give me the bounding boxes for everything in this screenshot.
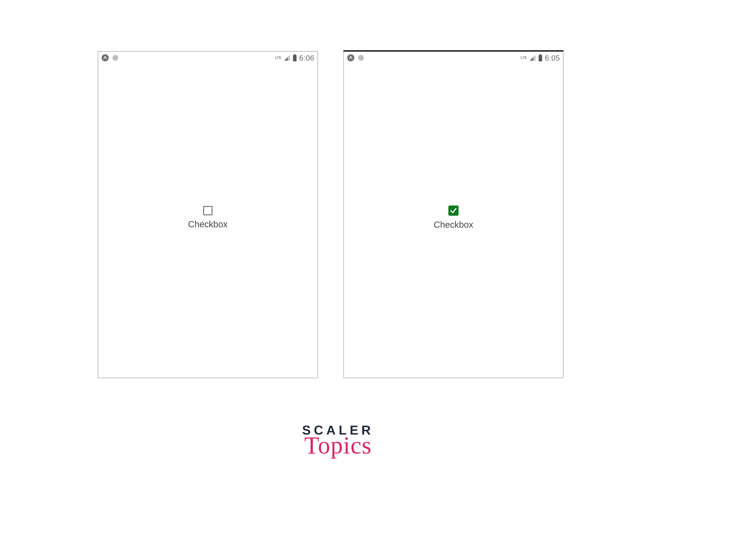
checkmark-icon (450, 207, 457, 214)
network-lte-label: LTE (521, 56, 527, 60)
phone-unchecked: LTE 6:06 Checkbox (98, 51, 318, 378)
status-bar: LTE 6:05 (344, 52, 563, 64)
checkbox-group: Checkbox (434, 205, 473, 230)
app-badge-icon (101, 54, 109, 62)
clock: 6:05 (545, 54, 560, 62)
phone-checked: LTE 6:05 (343, 51, 563, 378)
brand-logo: SCALER Topics (302, 423, 374, 460)
dot-icon (358, 54, 364, 61)
checkbox-group: Checkbox (188, 206, 228, 229)
checkbox-unchecked[interactable] (203, 206, 213, 215)
svg-rect-7 (539, 55, 542, 61)
svg-point-4 (347, 54, 354, 61)
screen-body: Checkbox (98, 64, 317, 378)
screens-wrap: LTE 6:06 Checkbox (98, 51, 563, 378)
network-lte-label: LTE (275, 56, 281, 60)
svg-point-1 (112, 55, 118, 61)
status-left (101, 54, 119, 62)
app-badge-icon (347, 54, 355, 62)
status-bar: LTE 6:06 (98, 52, 317, 64)
svg-point-5 (358, 55, 364, 61)
signal-icon (529, 54, 536, 61)
battery-icon (538, 54, 543, 61)
checkbox-checked[interactable] (448, 205, 459, 216)
status-right: LTE 6:05 (521, 54, 560, 62)
brand-line2: Topics (302, 431, 374, 460)
svg-rect-3 (293, 55, 297, 61)
status-left (347, 54, 364, 62)
svg-rect-2 (294, 54, 296, 55)
clock: 6:06 (299, 54, 314, 62)
checkbox-label: Checkbox (434, 220, 473, 230)
signal-icon (284, 54, 290, 61)
checkbox-label: Checkbox (188, 219, 228, 229)
battery-icon (293, 54, 297, 61)
svg-point-0 (102, 54, 109, 61)
dot-icon (112, 54, 119, 61)
screen-body: Checkbox (344, 64, 563, 378)
svg-rect-6 (539, 54, 541, 55)
status-right: LTE 6:06 (275, 54, 314, 62)
